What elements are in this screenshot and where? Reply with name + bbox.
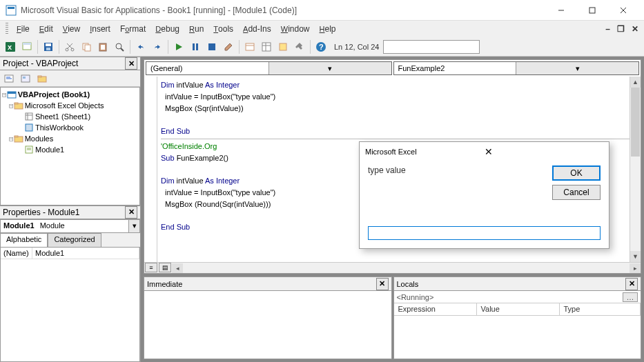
window-close-button[interactable] — [607, 1, 638, 20]
menu-window[interactable]: Window — [277, 23, 314, 35]
svg-rect-47 — [26, 113, 32, 120]
design-mode-icon[interactable] — [221, 39, 236, 54]
redo-icon[interactable] — [150, 39, 165, 54]
cancel-button[interactable]: Cancel — [552, 185, 601, 200]
properties-pane-title: Properties - Module1 ✕ — [0, 205, 140, 219]
undo-icon[interactable] — [133, 39, 148, 54]
chevron-down-icon[interactable]: ▾ — [128, 220, 139, 232]
menu-tools[interactable]: Tools — [209, 23, 237, 35]
project-tree[interactable]: ⊟ VBAProject (Book1) ⊟ Microsoft Excel O… — [0, 87, 140, 205]
svg-rect-18 — [85, 45, 90, 51]
window-maximize-button[interactable] — [576, 1, 607, 20]
procedure-combo-value: FunExample2 — [394, 64, 516, 72]
insert-module-icon[interactable] — [19, 39, 35, 54]
svg-rect-33 — [280, 43, 286, 50]
menu-insert[interactable]: Insert — [86, 23, 115, 35]
vertical-scrollbar[interactable]: ▲▼ — [630, 77, 641, 262]
copy-icon[interactable] — [79, 39, 94, 54]
chevron-down-icon[interactable]: ▾ — [269, 62, 391, 74]
find-icon[interactable] — [112, 39, 127, 54]
dialog-close-button[interactable]: ✕ — [485, 146, 604, 157]
tree-module[interactable]: Module1 — [35, 145, 64, 154]
grip-icon — [6, 23, 8, 35]
menu-format[interactable]: Format — [116, 23, 150, 35]
svg-rect-40 — [23, 77, 26, 79]
menu-file[interactable]: File — [12, 23, 34, 35]
svg-rect-26 — [208, 43, 215, 50]
immediate-window[interactable]: Immediate✕ — [144, 276, 392, 359]
workbook-icon — [24, 123, 34, 132]
project-pane-close-button[interactable]: ✕ — [125, 57, 137, 70]
run-icon[interactable] — [171, 39, 186, 54]
object-combo-value: (General) — [146, 64, 269, 72]
locals-col-value[interactable]: Value — [477, 303, 560, 315]
tree-sheet[interactable]: Sheet1 (Sheet1) — [35, 112, 90, 121]
break-icon[interactable] — [188, 39, 203, 54]
svg-rect-9 — [23, 43, 31, 45]
property-value[interactable]: Module1 — [32, 248, 139, 259]
tree-workbook[interactable]: ThisWorkbook — [35, 123, 84, 132]
locals-options-button[interactable]: … — [623, 292, 638, 302]
project-toolbar — [0, 70, 140, 87]
mdi-restore-button[interactable]: ❐ — [614, 24, 627, 34]
properties-grid[interactable]: (Name) Module1 — [0, 247, 140, 363]
svg-rect-3 — [589, 8, 595, 13]
project-pane-title: Project - VBAProject ✕ — [0, 57, 140, 70]
window-titlebar: Microsoft Visual Basic for Applications … — [0, 0, 644, 21]
properties-icon[interactable] — [259, 39, 274, 54]
menu-run[interactable]: Run — [185, 23, 208, 35]
dialog-input[interactable] — [368, 226, 601, 240]
menu-help[interactable]: Help — [315, 23, 340, 35]
locals-close-button[interactable]: ✕ — [625, 278, 638, 290]
project-root[interactable]: VBAProject (Book1) — [18, 90, 90, 99]
locals-status: <Running> — [397, 293, 434, 301]
svg-rect-25 — [196, 43, 198, 50]
menu-debug[interactable]: Debug — [151, 23, 184, 35]
help-icon[interactable]: ? — [313, 39, 329, 54]
svg-text:x: x — [8, 43, 12, 51]
tree-folder[interactable]: Modules — [25, 134, 54, 143]
tab-alphabetic[interactable]: Alphabetic — [0, 233, 48, 247]
procedure-view-button[interactable]: ≡ — [145, 263, 157, 272]
toolbox-icon[interactable] — [292, 39, 307, 54]
chevron-down-icon[interactable]: ▾ — [516, 62, 638, 74]
view-code-icon[interactable] — [1, 71, 17, 86]
toggle-folders-icon[interactable] — [35, 71, 50, 86]
procedure-combo[interactable]: FunExample2▾ — [393, 61, 640, 75]
immediate-close-button[interactable]: ✕ — [376, 278, 389, 290]
svg-marker-23 — [176, 43, 182, 50]
reset-icon[interactable] — [204, 39, 219, 54]
object-combo[interactable]: (General)▾ — [146, 61, 392, 75]
view-object-icon[interactable] — [18, 71, 33, 86]
tab-categorized[interactable]: Categorized — [48, 233, 101, 247]
project-explorer-icon[interactable] — [242, 39, 257, 54]
folder-icon — [14, 101, 23, 110]
immediate-body[interactable] — [144, 291, 391, 359]
mdi-minimize-button[interactable]: – — [603, 24, 613, 34]
horizontal-scrollbar[interactable]: ◂▸ — [172, 263, 641, 273]
mdi-close-button[interactable]: ✕ — [629, 24, 641, 34]
locals-col-type[interactable]: Type — [560, 303, 641, 315]
menu-edit[interactable]: Edit — [35, 23, 57, 35]
cut-icon[interactable] — [62, 39, 77, 54]
menu-view[interactable]: View — [59, 23, 84, 35]
ok-button[interactable]: OK — [552, 165, 601, 181]
properties-pane-close-button[interactable]: ✕ — [125, 206, 137, 219]
locals-col-expression[interactable]: Expression — [394, 303, 477, 315]
menu-addins[interactable]: Add-Ins — [239, 23, 275, 35]
tree-folder[interactable]: Microsoft Excel Objects — [25, 101, 104, 110]
save-icon[interactable] — [41, 39, 56, 54]
object-browser-icon[interactable] — [275, 39, 291, 54]
property-name: (Name) — [1, 248, 32, 259]
view-excel-icon[interactable]: x — [3, 39, 18, 54]
full-module-view-button[interactable]: ▤ — [159, 263, 171, 272]
properties-pane-label: Properties - Module1 — [3, 208, 125, 217]
paste-icon[interactable] — [95, 39, 110, 54]
window-minimize-button[interactable] — [545, 1, 576, 20]
standard-toolbar: x ? Ln 12, Col 24 — [0, 37, 644, 57]
svg-rect-44 — [8, 92, 16, 94]
sheet-icon — [24, 112, 34, 121]
svg-line-22 — [121, 48, 124, 51]
properties-object-combo[interactable]: Module1 Module ▾ — [0, 219, 140, 233]
toolbar-combo[interactable] — [383, 40, 480, 54]
